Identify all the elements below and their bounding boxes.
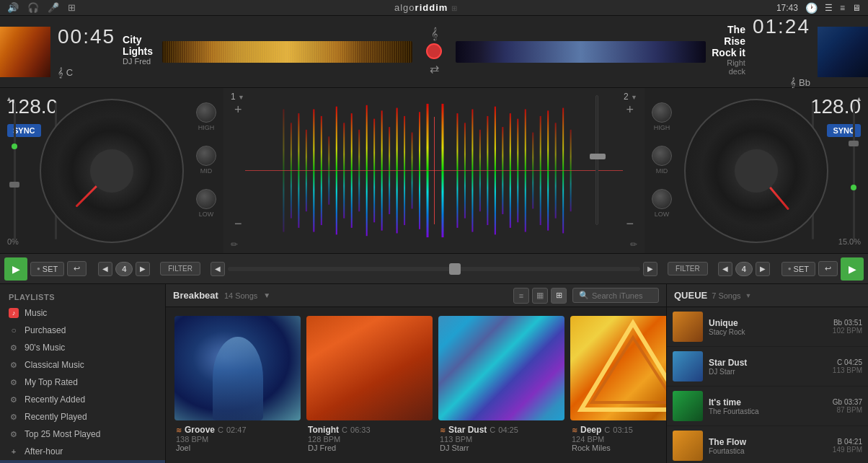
mic-icon[interactable]: 🎤 bbox=[48, 2, 59, 13]
mosaic-view-button[interactable]: ⊞ bbox=[551, 288, 567, 304]
sidebar-item-after-hour[interactable]: + After-hour bbox=[0, 443, 165, 460]
volume-fader-right[interactable] bbox=[850, 102, 857, 239]
album-card-deep[interactable]: ≋ Deep C 03:15 124 BPM Rock Miles bbox=[570, 316, 666, 454]
sidebar-item-purchased[interactable]: ○ Purchased bbox=[0, 322, 165, 339]
playlist-title: Breakbeat bbox=[173, 290, 218, 301]
transport-left: ▶ ● SET ↩ bbox=[4, 257, 87, 281]
grid-view-button[interactable]: ▦ bbox=[532, 288, 548, 304]
eq-mid-knob-right[interactable] bbox=[652, 146, 672, 166]
loop-next-left[interactable]: ▶ bbox=[136, 262, 150, 276]
crossfader-track[interactable] bbox=[228, 267, 640, 271]
minus-left-button[interactable]: − bbox=[234, 216, 242, 232]
song-count: 14 Songs bbox=[224, 291, 257, 300]
recently-played-icon: ⚙ bbox=[9, 412, 19, 422]
crossfader-container bbox=[228, 267, 640, 271]
album-info-deep: ≋ Deep C 03:15 124 BPM Rock Miles bbox=[570, 425, 666, 452]
play-right-button[interactable]: ▶ bbox=[841, 257, 864, 281]
undo-right-button[interactable]: ↩ bbox=[818, 261, 838, 276]
sidebar-label-90s: 90's Music bbox=[25, 343, 65, 353]
headphone-icon[interactable]: 🎧 bbox=[27, 2, 39, 13]
list-view-button[interactable]: ≡ bbox=[513, 288, 529, 304]
eq-mid-knob-left[interactable] bbox=[196, 146, 216, 166]
volume-fader-left[interactable] bbox=[11, 102, 18, 239]
queue-header: QUEUE 7 Songs ▼ bbox=[667, 284, 868, 307]
album-time-groove: 02:47 bbox=[226, 425, 247, 434]
album-card-groove[interactable]: ≋ Groove C 02:47 138 BPM Joel bbox=[174, 316, 301, 454]
queue-item-itstime[interactable]: It's time The Fourtastica Gb 03:37 87 BP… bbox=[667, 387, 868, 426]
volume-icon[interactable]: 🔊 bbox=[7, 2, 19, 13]
undo-left-button[interactable]: ↩ bbox=[67, 261, 87, 276]
eq-low-knob-right[interactable] bbox=[652, 189, 672, 209]
album-time-tonight: 06:33 bbox=[350, 425, 371, 434]
queue-count-arrow: ▼ bbox=[745, 292, 752, 299]
edit-icon-left[interactable]: ✏ bbox=[231, 239, 238, 250]
grid-icon[interactable]: ⊞ bbox=[68, 2, 76, 13]
turntable-disc-left[interactable] bbox=[40, 99, 184, 243]
sidebar-item-breakbeat[interactable]: + Breakbeat bbox=[0, 460, 165, 463]
album-card-stardust[interactable]: ≋ Star Dust C 04:25 113 BPM DJ Starr bbox=[438, 316, 564, 454]
sidebar-item-music[interactable]: ♪ Music bbox=[0, 304, 165, 322]
sidebar-item-recently-added[interactable]: ⚙ Recently Added bbox=[0, 391, 165, 408]
turntable-label-left bbox=[90, 149, 133, 193]
menu-icon[interactable]: ☰ bbox=[825, 3, 833, 13]
sidebar-item-90s[interactable]: ⚙ 90's Music bbox=[0, 339, 165, 356]
album-title-groove: Groove bbox=[185, 425, 215, 435]
minus-right-button[interactable]: − bbox=[626, 216, 634, 232]
filter-left-button[interactable]: FILTER bbox=[160, 262, 200, 275]
deck-left-waveform-strip bbox=[162, 41, 412, 63]
pitch-percent-left: 0% bbox=[7, 237, 19, 246]
sidebar-label-music: Music bbox=[25, 308, 47, 318]
xfade-left-arrow[interactable]: ◀ bbox=[211, 262, 225, 276]
eq-high-knob-left[interactable] bbox=[196, 102, 216, 123]
deck-right-key: 𝄞 Bb bbox=[790, 77, 810, 89]
bottom-panel: PLAYLISTS ♪ Music ○ Purchased ⚙ 90's Mus… bbox=[0, 284, 868, 463]
loop-prev-right[interactable]: ◀ bbox=[718, 262, 732, 276]
loop-prev-left[interactable]: ◀ bbox=[98, 262, 112, 276]
sidebar-item-classical[interactable]: ⚙ Classical Music bbox=[0, 356, 165, 374]
sidebar-item-top-rated[interactable]: ⚙ My Top Rated bbox=[0, 374, 165, 391]
lines-icon[interactable]: ≡ bbox=[840, 3, 845, 13]
sidebar-item-recently-played[interactable]: ⚙ Recently Played bbox=[0, 408, 165, 425]
top-bar-sys-icons: 🔊 🎧 🎤 ⊞ bbox=[7, 2, 76, 13]
loop-next-right[interactable]: ▶ bbox=[756, 262, 770, 276]
album-art-groove bbox=[174, 316, 301, 420]
xfade-right-arrow[interactable]: ▶ bbox=[643, 262, 657, 276]
set-right-button[interactable]: ● SET bbox=[781, 262, 815, 276]
deck-right-time: 01:24 bbox=[753, 15, 810, 38]
monitor-icon[interactable]: 🖥 bbox=[852, 3, 861, 13]
sidebar-item-top25[interactable]: ⚙ Top 25 Most Played bbox=[0, 425, 165, 443]
deck-right-thumb bbox=[818, 27, 868, 77]
queue-item-unique[interactable]: Unique Stacy Rock Bb 03:51 102 BPM bbox=[667, 307, 868, 347]
deck-left-time: 00:45 bbox=[58, 25, 115, 48]
queue-thumb-unique bbox=[673, 312, 703, 342]
top-bar: 🔊 🎧 🎤 ⊞ algoriddim ⊞ 17:43 🕐 ☰ ≡ 🖥 bbox=[0, 0, 868, 16]
album-time-stardust: 04:25 bbox=[498, 425, 518, 434]
add-right-button[interactable]: + bbox=[626, 102, 634, 118]
eq-fader-left-v[interactable] bbox=[594, 95, 600, 225]
search-icon: 🔍 bbox=[579, 291, 589, 300]
app-logo: algoriddim ⊞ bbox=[394, 2, 458, 13]
crossfader-thumb[interactable] bbox=[449, 263, 461, 275]
queue-item-theflow[interactable]: The Flow Fourtastica B 04:21 149 BPM bbox=[667, 426, 868, 463]
deck-left-info: 00:45 City Lights DJ Fred 𝄞 C bbox=[50, 25, 162, 79]
queue-info-unique: Unique Stacy Rock bbox=[709, 318, 827, 336]
edit-icon-right[interactable]: ✏ bbox=[630, 239, 637, 250]
loop-controls-left: ◀ 4 ▶ bbox=[98, 262, 150, 276]
deck-left-key: 𝄞 C bbox=[58, 67, 156, 79]
album-grid: ≋ Groove C 02:47 138 BPM Joel Tonight bbox=[166, 307, 666, 463]
filter-right-button[interactable]: FILTER bbox=[668, 262, 708, 275]
turntable-disc-right[interactable] bbox=[684, 99, 828, 243]
sidebar-label-recently-added: Recently Added bbox=[25, 394, 85, 405]
queue-meta-itstime: Gb 03:37 87 BPM bbox=[833, 398, 862, 414]
record-button[interactable] bbox=[426, 43, 442, 59]
search-input[interactable] bbox=[592, 291, 657, 300]
set-left-button[interactable]: ● SET bbox=[30, 262, 64, 276]
queue-item-stardust[interactable]: Star Dust DJ Starr C 04:25 113 BPM bbox=[667, 347, 868, 387]
eq-low-knob-left[interactable] bbox=[196, 189, 216, 209]
album-artist-groove: Joel bbox=[176, 444, 190, 452]
play-left-button[interactable]: ▶ bbox=[4, 257, 27, 281]
album-card-tonight[interactable]: Tonight C 06:33 128 BPM DJ Fred bbox=[306, 316, 433, 454]
album-info-stardust: ≋ Star Dust C 04:25 113 BPM DJ Starr bbox=[438, 425, 564, 452]
add-left-button[interactable]: + bbox=[234, 102, 242, 118]
eq-high-knob-right[interactable] bbox=[652, 102, 672, 123]
